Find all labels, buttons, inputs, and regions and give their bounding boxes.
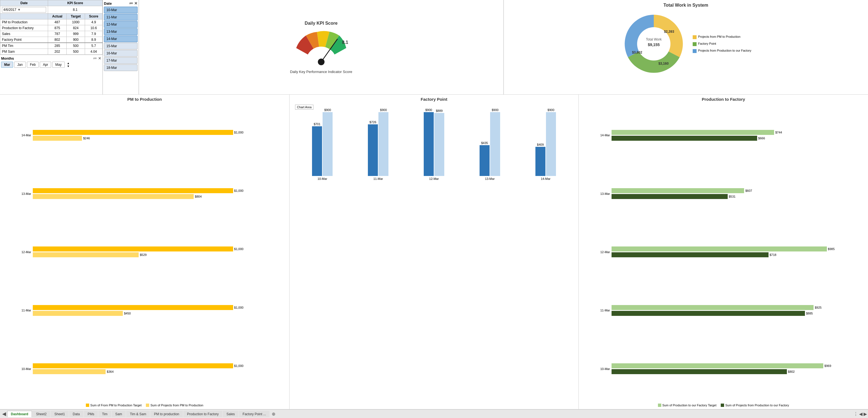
date-filter-item-13-mar[interactable]: 13-Mar: [104, 28, 137, 35]
month-button-may[interactable]: May: [52, 62, 65, 68]
kpi-table: Date KPI Score 4/6/2017 ▼ 8.1: [0, 0, 102, 55]
tab-pms[interactable]: PMs: [84, 411, 98, 417]
vbar-target-col: $900: [546, 108, 556, 176]
actual-bar-value: $450: [124, 312, 131, 315]
tab-sam[interactable]: Sam: [112, 411, 126, 417]
months-scroll[interactable]: ▲▼: [67, 62, 70, 68]
date-value-cell: 4/6/2017 ▼: [0, 6, 48, 13]
date-value: 4/6/2017: [3, 8, 17, 12]
target-bar-fill: [612, 130, 774, 135]
actual-bar: $450: [33, 311, 273, 316]
target-bar: $1,000: [33, 188, 273, 193]
tab-nav-left[interactable]: ◀: [1, 411, 7, 417]
target-bar-fill: [612, 305, 813, 310]
kpi-score-value-cell: 8.1: [48, 6, 102, 13]
tab-scroll-right[interactable]: ▶: [864, 411, 867, 417]
date-filter-item-18-mar[interactable]: 18-Mar: [104, 64, 137, 71]
month-button-mar[interactable]: Mar: [1, 62, 13, 68]
kpi-score-subtitle: Daily Key Performance Indicator Score: [290, 70, 352, 74]
tab-factory-point-...[interactable]: Factory Point ...: [239, 411, 270, 417]
bottom-section: PM to Production 14-Mar$1,000$24613-Mar$…: [0, 95, 868, 409]
row-label: PM Sam: [0, 49, 48, 55]
date-filter-list-icon[interactable]: ≔: [129, 1, 133, 5]
vbar-group: $726$900: [368, 108, 389, 176]
target-bar-fill: [33, 363, 233, 368]
svg-point-2: [318, 59, 324, 65]
col-target: Target: [67, 13, 85, 20]
col-label: [0, 13, 48, 20]
actual-bar: $885: [612, 311, 852, 316]
new-tab-button[interactable]: ⊕: [270, 411, 277, 417]
date-filter-item-14-mar[interactable]: 14-Mar: [104, 36, 137, 42]
target-bar: $1,000: [33, 246, 273, 251]
tab-sheet1[interactable]: Sheet1: [51, 411, 69, 417]
target-bar-value: $744: [775, 131, 782, 134]
date-filter-item-12-mar[interactable]: 12-Mar: [104, 21, 137, 28]
vbar-target-top-label: $900: [492, 108, 498, 112]
tab-dashboard[interactable]: Dashboard: [7, 411, 32, 417]
ptf-legend: Sum of Production to our Factory Target …: [658, 404, 789, 407]
months-clear-icon[interactable]: ✕: [98, 56, 101, 61]
actual-bar-value: $804: [195, 195, 202, 198]
month-button-feb[interactable]: Feb: [27, 62, 39, 68]
tab-sales[interactable]: Sales: [223, 411, 238, 417]
date-filter-clear-icon[interactable]: ✕: [134, 1, 137, 5]
actual-bar: $802: [612, 369, 852, 374]
tab-list: DashboardSheet2Sheet1DataPMsTimSamTim & …: [7, 411, 270, 417]
date-filter-icons: ≔ ✕: [129, 1, 137, 5]
tab-pm-to-production[interactable]: PM to production: [150, 411, 183, 417]
bar-row: 10-Mar$1,000$364: [19, 363, 273, 374]
bar-label: 12-Mar: [598, 250, 612, 254]
tab-tim[interactable]: Tim: [98, 411, 111, 417]
target-bar-value: $1,000: [234, 364, 244, 368]
vbar-target-col: $900: [490, 108, 500, 176]
tab-production-to-factory[interactable]: Production to Factory: [183, 411, 222, 417]
vbar-target-top-label: $900: [324, 108, 331, 112]
months-filter-icon[interactable]: ≔: [93, 56, 97, 61]
tab-data[interactable]: Data: [69, 411, 83, 417]
ptf-legend-target: Sum of Production to our Factory Target: [658, 404, 717, 407]
actual-bar-fill: [33, 311, 123, 316]
actual-bar-value: $666: [758, 137, 765, 140]
actual-bar-fill: [33, 369, 105, 374]
date-filter-item-11-mar[interactable]: 11-Mar: [104, 14, 137, 21]
month-button-apr[interactable]: Apr: [40, 62, 51, 68]
vbar-target-col: $900: [322, 108, 333, 176]
date-filter-item-10-mar[interactable]: 10-Mar: [104, 7, 137, 13]
donut-chart: Total Work $9,155 $2,393 $3,602 $3,160: [620, 10, 687, 77]
row-label: PM to Production: [0, 20, 48, 25]
date-filter-panel: Date ≔ ✕ 10-Mar11-Mar12-Mar13-Mar14-Mar1…: [103, 0, 139, 94]
col-score: Score: [85, 13, 102, 20]
dropdown-arrow-icon[interactable]: ▼: [18, 8, 21, 12]
bar-group: $1,000$450: [33, 305, 273, 316]
vbar-x-label: 11-Mar: [367, 177, 389, 180]
vbar-target-fill: [546, 112, 556, 176]
date-dropdown[interactable]: 4/6/2017 ▼: [2, 7, 46, 12]
tab-tim-&-sam[interactable]: Tim & Sam: [126, 411, 150, 417]
tab-menu-icon[interactable]: ⋮: [854, 411, 858, 417]
pm-legend-actual-color: [146, 404, 149, 407]
pm-legend-target-color: [86, 404, 89, 407]
kpi-score-panel: Daily KPI Score 8.1: [139, 0, 504, 94]
bar-label: 14-Mar: [19, 134, 33, 137]
target-bar-fill: [33, 246, 233, 251]
actual-bar-fill: [612, 252, 768, 257]
row-score: 10.6: [85, 25, 102, 31]
vbar-x-label: 10-Mar: [311, 177, 334, 180]
vbar-x-label: 12-Mar: [423, 177, 445, 180]
vbar-actual-fill: [368, 124, 378, 176]
bar-row: 10-Mar$969$802: [598, 363, 852, 374]
date-filter-item-16-mar[interactable]: 16-Mar: [104, 50, 137, 57]
date-filter-item-15-mar[interactable]: 15-Mar: [104, 43, 137, 49]
month-button-jan[interactable]: Jan: [14, 62, 26, 68]
date-filter-item-17-mar[interactable]: 17-Mar: [104, 57, 137, 64]
chart-area-label: Chart Area: [295, 105, 314, 110]
gauge-chart: 8.1: [288, 29, 354, 67]
tab-scroll-left[interactable]: ◀: [859, 411, 863, 417]
kpi-table-row: PM Sam 202 500 4.04: [0, 49, 102, 55]
target-bar-fill: [33, 305, 233, 310]
bar-row: 13-Mar$607$531: [598, 188, 852, 199]
bar-row: 13-Mar$1,000$804: [19, 188, 273, 199]
tab-sheet2[interactable]: Sheet2: [32, 411, 50, 417]
actual-bar-value: $529: [140, 253, 147, 256]
